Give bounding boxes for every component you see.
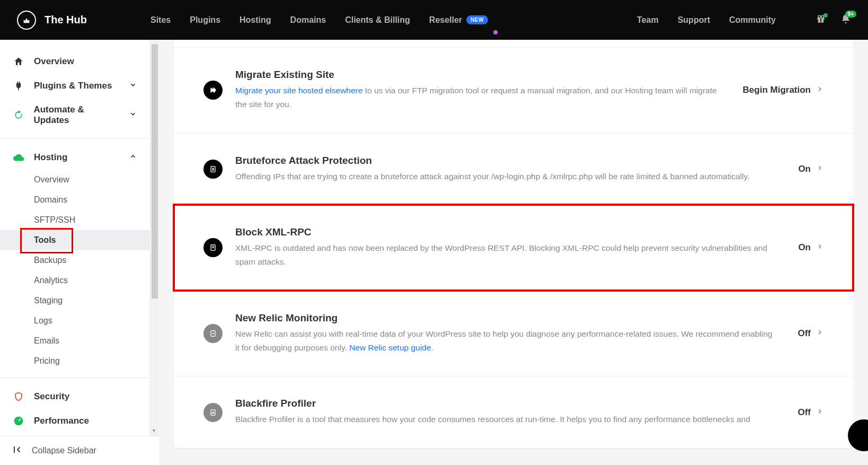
body-area: Overview Plugins & Themes Automate & Upd… [0, 40, 868, 465]
nav-clients-billing[interactable]: Clients & Billing [345, 15, 410, 25]
sidebar-item-hosting[interactable]: Hosting [0, 145, 159, 170]
nav-plugins[interactable]: Plugins [190, 15, 220, 25]
chevron-right-icon [816, 242, 823, 253]
sidebar-item-security[interactable]: Security [0, 384, 159, 409]
sidebar-item-plugins-themes[interactable]: Plugins & Themes [0, 74, 159, 98]
sidebar-sub-overview[interactable]: Overview [0, 170, 159, 190]
sidebar-sub-analytics[interactable]: Analytics [0, 270, 159, 291]
nav-sites[interactable]: Sites [150, 15, 171, 25]
nav-support[interactable]: Support [678, 15, 710, 25]
gift-dot-icon [823, 13, 828, 17]
top-bar: The Hub Sites Plugins Hosting Domains Cl… [0, 0, 868, 40]
chevron-right-icon [816, 407, 823, 418]
svg-point-3 [818, 15, 821, 18]
newrelic-guide-link[interactable]: New Relic setup guide [349, 343, 431, 352]
nav-community[interactable]: Community [729, 15, 776, 25]
nav-domains[interactable]: Domains [290, 15, 326, 25]
tool-desc: Migrate your site hosted elsewhere to us… [235, 84, 718, 112]
tool-title: New Relic Monitoring [235, 312, 772, 324]
collapse-sidebar-button[interactable]: Collapse Sidebar [0, 436, 159, 465]
sidebar-item-automate-updates[interactable]: Automate & Updates [0, 98, 159, 132]
chevron-down-icon [129, 110, 137, 120]
sidebar-sub-staging[interactable]: Staging [0, 291, 159, 311]
migrate-icon [203, 81, 223, 100]
sidebar-item-overview[interactable]: Overview [0, 49, 159, 74]
tool-body: Bruteforce Attack Protection Offending I… [235, 155, 785, 183]
sidebar-sub-sftp-ssh[interactable]: SFTP/SSH [0, 210, 159, 230]
chevron-right-icon [816, 85, 823, 95]
action-label: On [798, 164, 811, 174]
sidebar-sub-tools[interactable]: Tools [0, 230, 159, 250]
blackfire-toggle[interactable]: Off [798, 407, 823, 418]
scrollbar-thumb[interactable] [152, 44, 158, 299]
bruteforce-toggle[interactable]: On [798, 164, 823, 174]
action-label: Begin Migration [743, 85, 811, 95]
tool-row-blackfire[interactable]: Blackfire Profiler Blackfire Profiler is… [174, 376, 853, 448]
chevron-right-icon [816, 328, 823, 339]
newrelic-toggle[interactable]: Off [798, 328, 823, 339]
chevron-up-icon [129, 152, 137, 163]
sidebar-label: Overview [34, 56, 74, 67]
migrate-link[interactable]: Migrate your site hosted elsewhere [235, 86, 362, 95]
cloud-icon [13, 152, 24, 163]
tool-body: Migrate Existing Site Migrate your site … [235, 69, 730, 112]
tool-row-migrate[interactable]: Migrate Existing Site Migrate your site … [174, 47, 853, 133]
xmlrpc-icon [203, 238, 223, 257]
tool-desc: New Relic can assist you with real-time … [235, 327, 772, 355]
tool-desc-pre: New Relic can assist you with real-time … [235, 329, 772, 352]
tool-row-newrelic[interactable]: New Relic Monitoring New Relic can assis… [174, 291, 853, 376]
chevron-down-icon [129, 81, 137, 91]
svg-rect-7 [212, 168, 214, 170]
tool-title: Bruteforce Attack Protection [235, 155, 773, 166]
chevron-right-icon [816, 164, 823, 174]
sidebar-sub-pricing[interactable]: Pricing [0, 351, 159, 371]
new-badge: NEW [466, 15, 488, 24]
logo-icon [17, 11, 36, 30]
tool-desc: Offending IPs that are trying to create … [235, 170, 773, 183]
tool-title: Migrate Existing Site [235, 69, 718, 81]
tool-title: Blackfire Profiler [235, 398, 772, 409]
action-label: On [798, 242, 811, 253]
tool-desc: XML-RPC is outdated and has now been rep… [235, 241, 773, 269]
nav-hosting[interactable]: Hosting [240, 15, 271, 25]
gauge-icon [13, 415, 24, 427]
bell-icon[interactable]: 9+ [840, 14, 851, 27]
nav-team[interactable]: Team [637, 15, 659, 25]
collapse-icon [13, 445, 22, 457]
top-icons: 9+ [816, 14, 851, 27]
begin-migration-button[interactable]: Begin Migration [743, 85, 823, 95]
scrollbar[interactable]: ▾ [149, 40, 159, 436]
gift-icon[interactable] [816, 14, 826, 26]
tool-body: Blackfire Profiler Blackfire Profiler is… [235, 398, 785, 426]
action-label: Off [798, 407, 811, 418]
blackfire-icon [203, 403, 223, 422]
top-nav-right: Team Support Community 9+ [637, 14, 851, 27]
sidebar: Overview Plugins & Themes Automate & Upd… [0, 40, 159, 465]
scrollbar-down-icon[interactable]: ▾ [150, 427, 157, 434]
top-nav: Sites Plugins Hosting Domains Clients & … [150, 15, 488, 25]
nav-reseller[interactable]: Reseller NEW [429, 15, 488, 25]
plug-icon [13, 80, 24, 92]
svg-rect-2 [820, 17, 821, 23]
newrelic-icon [203, 324, 223, 343]
sidebar-sub-logs[interactable]: Logs [0, 311, 159, 331]
sidebar-sub-domains[interactable]: Domains [0, 190, 159, 210]
divider [0, 378, 159, 378]
sidebar-label: Hosting [34, 152, 67, 163]
main-content: Migrate Existing Site Migrate your site … [159, 40, 868, 465]
notification-dot-icon [493, 30, 498, 34]
svg-point-10 [212, 333, 214, 335]
tool-desc-post: . [431, 343, 433, 352]
app-title: The Hub [45, 14, 87, 26]
sidebar-sub-emails[interactable]: Emails [0, 331, 159, 351]
sidebar-item-performance[interactable]: Performance [0, 409, 159, 433]
action-label: Off [798, 328, 811, 339]
nav-reseller-label: Reseller [429, 15, 462, 25]
tool-row-bruteforce[interactable]: Bruteforce Attack Protection Offending I… [174, 133, 853, 205]
tool-body: New Relic Monitoring New Relic can assis… [235, 312, 785, 355]
divider [0, 138, 159, 139]
app-logo[interactable]: The Hub [17, 11, 87, 30]
xmlrpc-toggle[interactable]: On [798, 242, 823, 253]
tool-row-xmlrpc[interactable]: Block XML-RPC XML-RPC is outdated and ha… [174, 205, 853, 291]
sidebar-inner: Overview Plugins & Themes Automate & Upd… [0, 40, 159, 436]
